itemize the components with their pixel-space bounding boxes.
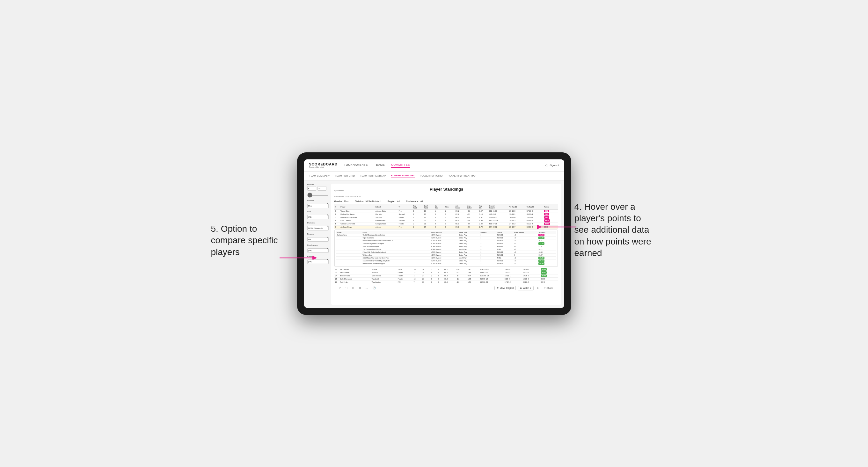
tab-player-h2h-heatmap[interactable]: PLAYER H2H HEATMAP — [448, 174, 476, 178]
filter-region: Region: All — [388, 200, 400, 203]
event-col-type: Event Type — [458, 231, 480, 234]
points-badge: 80.27 — [541, 271, 547, 274]
event-row: Jackson Koivu UNCW Seahawk Intercollegia… — [336, 234, 556, 237]
undo-button[interactable]: ↩ — [338, 286, 342, 290]
standings-table: # Player School Yr RegRank ConfRank NoRd… — [334, 204, 558, 229]
nav-committee[interactable]: COMMITTEE — [391, 162, 410, 168]
col-points: Points — [543, 204, 558, 210]
nav-teams[interactable]: TEAMS — [374, 162, 385, 168]
region-label: Region — [307, 233, 329, 235]
col-wins: Wins — [444, 204, 454, 210]
event-col-status: Status — [496, 231, 514, 234]
tab-team-h2h-grid[interactable]: TEAM H2H GRID — [335, 174, 355, 178]
filter-conference-label: Conference: — [406, 200, 419, 203]
event-row: Mirabel Maui Jim Intercollegiate NCAA Di… — [336, 262, 556, 265]
sign-out-area: ◁ | Sign out — [545, 164, 559, 167]
points-badge: 70.2 — [544, 216, 549, 219]
annotation-right: 4. Hover over a player's points to see a… — [575, 201, 657, 259]
event-row: Wake Forest Invitational at Pinehurst No… — [336, 239, 556, 242]
download-button[interactable]: ⬇ — [535, 286, 540, 290]
event-col-wpoints: W Points — [537, 231, 556, 234]
redo-button[interactable]: ↪ — [344, 286, 349, 290]
table-row: 23 Jack Lundin Missouri Fourth 11 24 0 0… — [334, 271, 558, 274]
update-time-value: Update time: 27/01/2024 16:56:26 — [334, 195, 361, 197]
filter-row: Gender: Men Division: NCAA Division I Re… — [334, 200, 558, 203]
watch-label: Watch — [523, 287, 529, 289]
main-content: No Rds. Gender Men — [304, 180, 564, 308]
chevron-down-icon: ▾ — [530, 287, 531, 289]
sidebar-player: Player (All) — [307, 255, 329, 264]
year-select[interactable]: (All) — [307, 215, 329, 219]
view-original-button[interactable]: 👁 View: Original — [494, 286, 516, 290]
paste-button[interactable]: ⊞ — [358, 286, 363, 290]
col-adj-score: Adj.Score — [455, 204, 466, 210]
no-rds-min-input[interactable] — [307, 186, 316, 191]
share-icon: ↗ — [544, 287, 546, 289]
points-value: 68.18 — [544, 226, 548, 228]
ipad-frame: SCOREBOARD Powered by clippi TOURNAMENTS… — [297, 152, 571, 315]
no-rds-slider[interactable] — [307, 195, 329, 196]
footer-toolbar: ↩ ↪ ⊡ ⊞ … 🕐 👁 View: Original ◉ — [334, 284, 558, 292]
copy-button[interactable]: ⊡ — [351, 286, 356, 290]
filter-gender: Gender: Men — [334, 200, 348, 203]
share-button[interactable]: ↗ Share — [542, 286, 555, 290]
update-time: Update time: Update time: 27/01/2024 16:… — [334, 187, 361, 198]
filter-gender-value: Men — [344, 200, 348, 203]
sidebar-division: Division NCAA Division I ▾ — [307, 222, 329, 230]
content-area: Update time: Update time: 27/01/2024 16:… — [331, 184, 561, 305]
table-row: 25 Cole Sherwood Vanderbilt Fourth 12 23… — [334, 277, 558, 281]
conference-label: Conference — [307, 244, 329, 246]
col-no-rds: NoRds. — [434, 204, 444, 210]
table-row: 24 Bastien Amat New Mexico Fourth 1 27 2… — [334, 274, 558, 277]
clock-button[interactable]: 🕐 — [371, 286, 377, 290]
share-label: Share — [546, 287, 553, 289]
filter-division-value: NCAA Division I — [366, 200, 381, 203]
filter-region-value: All — [397, 200, 400, 203]
sidebar-conference: Conference (All) — [307, 244, 329, 253]
col-yr: Yr — [398, 204, 412, 210]
sidebar: No Rds. Gender Men — [307, 184, 331, 305]
watch-icon: ◉ — [520, 287, 522, 289]
w-points-badge: 66.40 — [538, 262, 545, 265]
sidebar-region: Region N/A — [307, 233, 329, 242]
col-vs-top50: Vs Top 50 — [526, 204, 543, 210]
player-select[interactable]: (All) — [307, 259, 329, 264]
event-row: Williams Cup NCAA Division I Stroke Play… — [336, 253, 556, 256]
w-points-badge: 60.64 — [538, 234, 545, 236]
no-rds-max-input[interactable] — [317, 186, 327, 191]
w-points-badge: 73.33 — [538, 242, 545, 245]
conference-select[interactable]: (All) — [307, 248, 329, 253]
tab-player-summary[interactable]: PLAYER SUMMARY — [391, 174, 415, 178]
event-row: Fallon Oak Collegiate Invitational NCAA … — [336, 251, 556, 253]
tab-bar: TEAM SUMMARY TEAM H2H GRID TEAM H2H HEAT… — [304, 172, 564, 180]
nav-tournaments[interactable]: TOURNAMENTS — [344, 162, 368, 168]
tab-player-h2h-grid[interactable]: PLAYER H2H GRID — [420, 174, 442, 178]
filter-region-label: Region: — [388, 200, 396, 203]
tab-team-h2h-heatmap[interactable]: TEAM H2H HEATMAP — [360, 174, 386, 178]
table-row: 1 Wenyi Ding Arizona State First 1 15 1 … — [334, 210, 558, 213]
sign-out-label[interactable]: Sign out — [550, 164, 559, 167]
watch-button[interactable]: ◉ Watch ▾ — [518, 286, 534, 290]
table-row: 2 Michael La Sasso Ole Miss Second 1 18 … — [334, 213, 558, 216]
event-row: Southern Highlands Collegiate NCAA Divis… — [336, 242, 556, 245]
col-rank: # — [334, 204, 340, 210]
region-select[interactable]: N/A — [307, 237, 329, 242]
event-row: Tiger Invitational NCAA Division I Strok… — [336, 236, 556, 239]
table-row: 4 Luke Clanton Florida State Second 5 27… — [334, 219, 558, 222]
player-label: Player — [307, 255, 329, 257]
dots-button[interactable]: … — [364, 286, 369, 290]
sidebar-year: Year (All) — [307, 211, 329, 219]
division-label: Division — [307, 222, 329, 224]
col-avg-sg: AvgSG — [478, 204, 488, 210]
event-table: Player Event Event Division Event Type R… — [336, 231, 556, 265]
col-reg-rank: RegRank — [412, 204, 423, 210]
event-row: SEC Stroke Play hosted by Jerry Pate NCA… — [336, 259, 556, 262]
table-row-highlighted: 6 Jackson Koivu Auburn First 2 27 0 0 67… — [334, 225, 558, 228]
division-select[interactable]: NCAA Division I ▾ — [307, 226, 329, 230]
gender-select[interactable]: Men — [307, 204, 329, 208]
w-points-badge: 53.60 — [538, 237, 545, 239]
tab-team-summary[interactable]: TEAM SUMMARY — [309, 174, 330, 178]
points-badge: 80.68 — [541, 268, 547, 271]
nav-items: TOURNAMENTS TEAMS COMMITTEE — [344, 162, 545, 168]
event-col-rounds: Rounds — [480, 231, 496, 234]
